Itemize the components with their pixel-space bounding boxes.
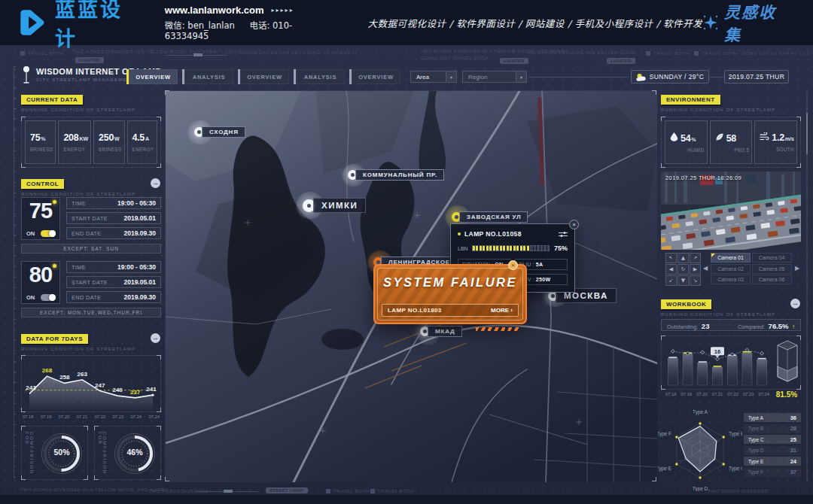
camera-list-next-button[interactable]: ▶ <box>795 265 799 272</box>
workbook-expand-button[interactable]: → <box>790 299 800 308</box>
pm25-stat: 58 PM2.5 <box>710 120 753 164</box>
comparison-gauge-1: COMPARISON FOR 50% <box>21 426 88 480</box>
map-pin-skhodnya[interactable]: СХОДНЯ <box>194 126 245 138</box>
camera-02-button[interactable]: Camera 02 <box>711 264 751 274</box>
camera-feed: 2019.07.25 THUR 18:26:09 <box>661 172 801 250</box>
pan-up-left-button[interactable]: ↖ <box>665 253 677 263</box>
camera-timestamp: 2019.07.25 THUR 18:26:09 <box>665 175 741 181</box>
tab-overview-3[interactable]: OVERVIEW <box>349 69 400 84</box>
area-select[interactable]: Area ▾ <box>410 71 457 83</box>
more-button[interactable]: MORE › <box>491 307 513 314</box>
gauge-value: 50% <box>40 448 84 457</box>
reset-view-button[interactable]: ↻ <box>678 264 689 275</box>
alert-title: SYSTEM FAILURE <box>375 275 525 290</box>
on-label: ON <box>26 230 35 237</box>
status-dot-icon <box>458 232 461 235</box>
map-pin-zavodskaya[interactable]: ЗАВОДСКАЯ УЛ <box>452 211 528 223</box>
x-tick-label: 07.24 <box>148 414 160 419</box>
sliders-icon[interactable] <box>559 231 568 238</box>
x-tick-label: 07.22 <box>727 392 738 396</box>
chevron-down-icon: ▾ <box>516 71 526 82</box>
close-icon[interactable]: × <box>508 260 518 270</box>
workbook-badge: WORKBOOK <box>661 299 711 309</box>
environment-stats: 54% HUMID 58 PM2.5 1.2m/s SOUTH <box>661 117 801 168</box>
camera-05-button[interactable]: Camera 05 <box>752 264 792 274</box>
x-tick-label: 07.21 <box>77 414 88 419</box>
website-link[interactable]: www.lanlanwork.com <box>165 5 264 16</box>
camera-04-button[interactable]: Camera 04 <box>752 253 792 263</box>
decor-badge-street-light: STREET LIGHT <box>266 487 308 493</box>
svg-text:Type F: Type F <box>658 431 671 437</box>
system-failure-alert[interactable]: × SYSTEM FAILURE LAMP NO.L01803 MORE › <box>373 264 527 324</box>
pan-down-left-button[interactable]: ↙ <box>665 275 677 286</box>
svg-text:258: 258 <box>59 374 70 381</box>
control-badge: CONTROL <box>21 179 64 189</box>
decor-poem: TWO ROADS DIVERGED IN A YELLOW WOOD, AND… <box>20 487 168 492</box>
svg-text:16: 16 <box>714 348 720 355</box>
banner-contact: www.lanlanwork.com ▸▸▸▸▸ 微信: ben_lanlan … <box>165 5 336 41</box>
seven-days-badge: DATA FOR 7DAYS <box>21 334 88 344</box>
svg-text:268: 268 <box>42 367 53 374</box>
map-pin-mkad[interactable]: МКАД <box>420 326 462 337</box>
right-scrollbar[interactable] <box>806 90 808 481</box>
failed-lamp-id: LAMP NO.L01803 <box>388 307 442 314</box>
svg-text:263: 263 <box>78 371 88 378</box>
tab-overview-1[interactable]: OVERVIEW <box>126 69 178 84</box>
stat-energy-2: 4.5A ENERGY <box>127 120 157 164</box>
current-data-badge: CURRENT DATA <box>21 95 83 105</box>
schedule-1-toggle[interactable] <box>41 230 56 237</box>
decor-poem: COULD NOT TRAVEL BOTH <box>420 56 488 60</box>
environment-subtitle: RUNNING CONDITION OF STREETLAMP <box>661 108 775 112</box>
svg-text:Type D: Type D <box>693 486 708 491</box>
map-pin-khimki[interactable]: ХИМКИ <box>303 198 366 213</box>
wind-icon <box>760 132 769 141</box>
x-tick-label: 07.18 <box>665 392 677 396</box>
tab-analysis-1[interactable]: ANALYSIS <box>182 69 233 84</box>
up-arrow-icon: ↑ <box>792 323 795 330</box>
capacity-cube <box>776 339 799 387</box>
city-map[interactable]: СХОДНЯ КОММУНАЛЬНЫЙ ПР. ХИМКИ ЗАВОДСКАЯ … <box>165 90 656 481</box>
wechat-contact: 微信: ben_lanlan <box>165 20 235 31</box>
decor-poem: SOME DAY AS FAR AS I COULD TO WHERE IT <box>742 51 810 56</box>
tab-overview-2[interactable]: OVERVIEW <box>238 69 289 84</box>
region-select[interactable]: Region ▾ <box>462 71 527 83</box>
gauge-label: COMPARISON FOR <box>25 432 34 479</box>
pan-up-right-button[interactable]: ↗ <box>690 253 701 263</box>
arrows-icon: ▸▸▸▸▸ <box>272 7 294 14</box>
footer-strip <box>0 495 813 504</box>
sun-cloud-icon <box>636 73 646 81</box>
camera-06-button[interactable]: Camera 06 <box>752 275 792 284</box>
pan-up-button[interactable]: ▲ <box>678 253 689 263</box>
bulb-icon <box>53 200 56 204</box>
stat-briness-2: 250W BRINESS <box>93 120 124 164</box>
pan-left-button[interactable]: ◀ <box>665 264 677 275</box>
type-radar-chart: Type AType BType CType DType EType F <box>658 407 742 491</box>
map-pin-kommunalny[interactable]: КОММУНАЛЬНЫЙ ПР. <box>348 169 444 181</box>
x-tick-label: 07.21 <box>712 392 723 396</box>
inspiration-collect[interactable]: 灵感收集 <box>702 0 793 45</box>
end-date-row: END DATE2019.09.30 <box>66 227 161 239</box>
control-subtitle: RUNNING CONDITION OF STREETLAMP <box>21 192 136 196</box>
camera-list-prev-button[interactable]: ◀ <box>703 265 708 272</box>
svg-text:Type C: Type C <box>729 466 742 472</box>
camera-03-button[interactable]: Camera 03 <box>711 275 751 284</box>
seven-days-expand-button[interactable]: → <box>151 333 160 343</box>
close-icon[interactable]: × <box>569 220 579 229</box>
compared-value: 76.5% <box>769 322 789 330</box>
x-tick-label: 07.20 <box>59 414 70 419</box>
decor-badge-lighted: LIGHTED <box>607 58 635 64</box>
pan-down-right-button[interactable]: ↘ <box>690 275 701 286</box>
tab-analysis-2[interactable]: ANALYSIS <box>294 69 345 84</box>
pan-right-button[interactable]: ▶ <box>690 264 701 275</box>
on-label: ON <box>26 294 35 301</box>
control-expand-button[interactable]: → <box>151 178 160 188</box>
end-date-row: END DATE2019.09.30 <box>66 291 161 303</box>
schedule-2-toggle[interactable] <box>41 294 56 301</box>
camera-01-button[interactable]: Camera 01 <box>711 253 751 263</box>
gauge-label: COMPARISON FOR <box>98 432 107 479</box>
svg-text:Type B: Type B <box>729 431 742 437</box>
pan-down-button[interactable]: ▼ <box>678 275 689 286</box>
decor-badge-lighted: LIGHTED <box>75 57 104 63</box>
brightness-progress-bar[interactable] <box>472 245 550 251</box>
x-tick-label: 07.19 <box>41 414 52 419</box>
